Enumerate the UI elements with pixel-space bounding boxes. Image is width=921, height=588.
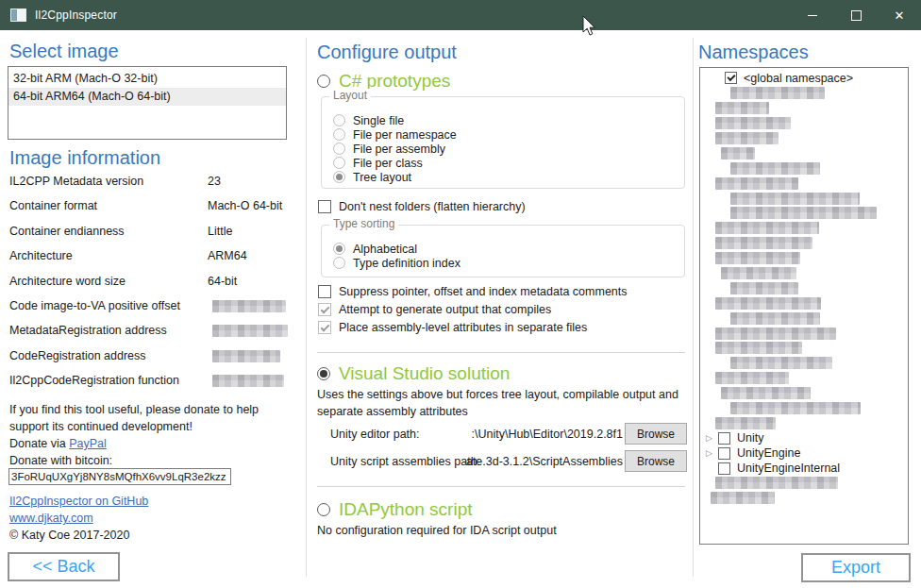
browse-unity-editor-button[interactable]: Browse	[625, 423, 687, 445]
namespace-row[interactable]	[700, 236, 908, 251]
close-icon: ✕	[895, 9, 905, 22]
checkbox-option[interactable]: Attempt to generate output that compiles	[318, 300, 628, 318]
window-title: Il2CppInspector	[35, 8, 117, 22]
close-button[interactable]: ✕	[878, 0, 921, 30]
namespace-row[interactable]	[700, 221, 908, 236]
radio-icon[interactable]	[333, 114, 345, 126]
namespace-label: UnityEngineInternal	[737, 462, 840, 475]
namespace-row[interactable]: <global namespace>	[700, 71, 908, 86]
namespace-row[interactable]	[700, 266, 908, 281]
github-link[interactable]: Il2CppInspector on GitHub	[9, 495, 148, 508]
radio-idapython-script[interactable]: IDAPython script	[317, 498, 473, 521]
expander-icon[interactable]: ▷	[706, 434, 718, 443]
radio-visual-studio-solution[interactable]: Visual Studio solution	[317, 362, 510, 385]
browse-unity-assemblies-button[interactable]: Browse	[625, 450, 687, 472]
radio-option[interactable]: Single file	[333, 113, 684, 127]
namespace-row[interactable]	[700, 191, 908, 206]
donate-via-label: Donate via	[9, 437, 69, 450]
radio-icon[interactable]	[333, 257, 345, 269]
info-row: MetadataRegistration address	[9, 324, 298, 348]
checkbox-option[interactable]: Place assembly-level attributes in separ…	[318, 318, 628, 336]
namespace-row[interactable]: ▷UnityEngine	[700, 445, 908, 461]
namespace-row[interactable]	[700, 206, 908, 221]
radio-option[interactable]: Alphabetical	[333, 242, 684, 256]
radio-icon[interactable]	[333, 171, 345, 183]
radio-option[interactable]: Tree layout	[333, 170, 684, 184]
namespace-row[interactable]	[700, 326, 908, 341]
minimize-button[interactable]	[791, 0, 834, 30]
namespace-checkbox[interactable]	[718, 447, 730, 460]
radio-icon[interactable]	[333, 128, 345, 141]
namespace-row[interactable]: ▷Unity	[700, 430, 908, 445]
redacted-namespace	[715, 117, 791, 129]
radio-option[interactable]: File per assembly	[333, 142, 684, 156]
namespace-row[interactable]	[700, 401, 908, 416]
website-link[interactable]: www.djkaty.com	[9, 512, 93, 525]
checkbox-option[interactable]: Suppress pointer, offset and index metad…	[318, 282, 628, 300]
namespace-checkbox[interactable]	[725, 72, 737, 84]
radio-icon[interactable]	[317, 75, 330, 88]
radio-icon[interactable]	[317, 367, 330, 380]
radio-icon[interactable]	[317, 503, 330, 516]
namespace-row[interactable]	[700, 116, 908, 131]
footer-links: Il2CppInspector on GitHub www.djkaty.com…	[9, 493, 148, 544]
namespace-row[interactable]	[700, 491, 908, 506]
namespace-row[interactable]	[700, 476, 908, 491]
info-row: CodeRegistration address	[9, 349, 298, 374]
namespace-row[interactable]	[700, 86, 908, 101]
checkbox-flatten-hierarchy[interactable]: Don't nest folders (flatten hierarchy)	[318, 200, 526, 213]
redacted-namespace	[715, 342, 802, 354]
namespace-row[interactable]	[700, 145, 908, 160]
back-button[interactable]: << Back	[8, 552, 120, 581]
title-bar: Il2CppInspector ✕	[0, 0, 921, 30]
namespace-row[interactable]	[700, 251, 908, 266]
namespace-row[interactable]	[700, 280, 908, 295]
namespace-row[interactable]	[700, 341, 908, 356]
image-info-table: IL2CPP Metadata version23Container forma…	[9, 175, 298, 399]
namespaces-list[interactable]: <global namespace>▷Unity▷UnityEngineUnit…	[699, 67, 909, 545]
image-list-item[interactable]: 32-bit ARM (Mach-O 32-bit)	[8, 70, 286, 88]
image-information-heading: Image information	[9, 147, 160, 169]
info-row: Container formatMach-O 64-bit	[9, 199, 298, 224]
checkbox-icon[interactable]	[318, 303, 331, 316]
radio-label: Single file	[353, 114, 404, 127]
image-list[interactable]: 32-bit ARM (Mach-O 32-bit)64-bit ARM64 (…	[8, 66, 287, 140]
radio-icon[interactable]	[333, 157, 345, 169]
radio-label: Visual Studio solution	[339, 363, 510, 384]
checkbox-icon[interactable]	[318, 321, 331, 334]
namespace-row[interactable]	[700, 101, 908, 116]
radio-option[interactable]: Type definition index	[333, 256, 684, 270]
redacted-namespace	[721, 267, 796, 279]
radio-icon[interactable]	[333, 143, 345, 155]
expander-icon[interactable]: ▷	[706, 449, 718, 458]
radio-option[interactable]: File per namespace	[333, 127, 684, 142]
radio-label: File per namespace	[353, 128, 457, 142]
redacted-value	[212, 375, 284, 387]
bitcoin-address-input[interactable]	[8, 468, 231, 485]
namespace-row[interactable]	[700, 131, 908, 146]
type-sorting-legend: Type sorting	[329, 217, 398, 230]
namespace-row[interactable]	[700, 415, 908, 430]
namespace-row[interactable]	[700, 295, 908, 311]
namespace-row[interactable]: UnityEngineInternal	[700, 461, 908, 476]
namespace-row[interactable]	[700, 311, 908, 326]
export-button[interactable]: Export	[801, 553, 911, 582]
namespace-row[interactable]	[700, 371, 908, 386]
namespace-row[interactable]	[700, 356, 908, 371]
namespace-row[interactable]	[700, 386, 908, 401]
checkbox-icon[interactable]	[318, 200, 331, 213]
namespace-row[interactable]	[700, 160, 908, 176]
redacted-value	[212, 300, 286, 312]
namespace-row[interactable]	[700, 176, 908, 191]
info-row: IL2CPP Metadata version23	[9, 175, 298, 199]
layout-legend: Layout	[329, 89, 371, 102]
namespace-checkbox[interactable]	[718, 432, 730, 445]
output-option-checkboxes: Suppress pointer, offset and index metad…	[318, 282, 628, 336]
paypal-link[interactable]: PayPal	[69, 437, 107, 450]
maximize-button[interactable]	[834, 0, 878, 30]
radio-icon[interactable]	[333, 243, 345, 255]
radio-option[interactable]: File per class	[333, 156, 684, 170]
namespace-checkbox[interactable]	[718, 462, 730, 475]
checkbox-icon[interactable]	[318, 285, 331, 298]
image-list-item[interactable]: 64-bit ARM64 (Mach-O 64-bit)	[8, 88, 286, 106]
